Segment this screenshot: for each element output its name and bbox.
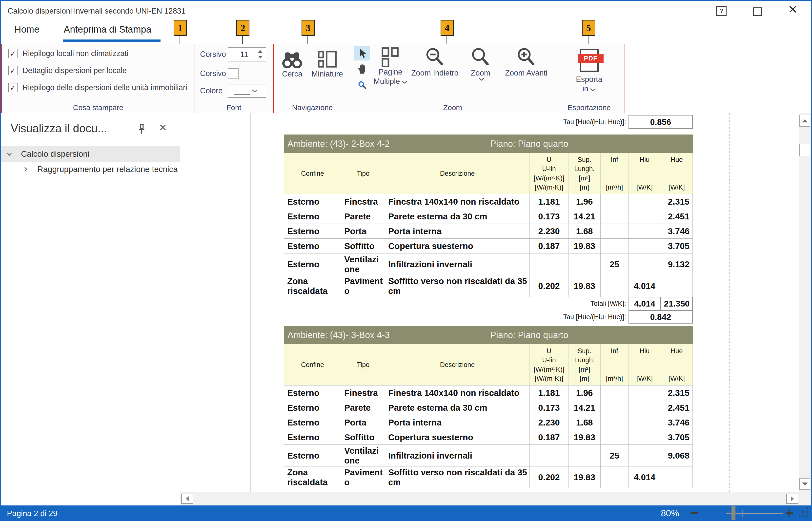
vertical-scrollbar[interactable]: [799, 113, 811, 492]
tab-anteprima-di-stampa[interactable]: Anteprima di Stampa: [64, 24, 151, 35]
callout-line-3: [307, 35, 308, 44]
chevron-down-icon: [478, 78, 484, 81]
callout-badge-4: 4: [441, 20, 454, 36]
ambiente-title: Ambiente: (43)- 2-Box 4-2: [284, 135, 487, 153]
column-header-line: Hiu: [640, 347, 650, 355]
font-size-spinner[interactable]: 11: [228, 47, 266, 62]
select-tool-button[interactable]: [354, 46, 370, 61]
table-row: EsternoPortaPorta interna2.2301.683.746: [284, 415, 693, 430]
window-title: Calcolo dispersioni invernali secondo UN…: [8, 7, 185, 16]
checkbox[interactable]: ✓: [8, 83, 18, 92]
pin-icon[interactable]: [136, 123, 147, 135]
column-header-cell: Confine: [284, 153, 341, 194]
table-cell: [629, 239, 661, 253]
spin-up-icon[interactable]: [258, 50, 263, 53]
zoom-avanti-button[interactable]: Zoom Avanti: [500, 46, 552, 113]
chevron-right-icon[interactable]: [22, 166, 29, 173]
zoom-region-tool-button[interactable]: [354, 78, 370, 92]
table-cell: 1.96: [569, 194, 600, 209]
table-row: EsternoSoffittoCopertura suesterno0.1871…: [284, 239, 693, 253]
table-cell: 25: [600, 445, 629, 467]
table-cell: [600, 239, 629, 253]
checkbox[interactable]: ✓: [8, 66, 18, 75]
help-button[interactable]: ?: [716, 6, 727, 16]
color-picker[interactable]: [228, 84, 266, 98]
totali-label: Totali [W/K]:: [591, 300, 626, 308]
column-header-line: [W/(m²·K)]: [534, 365, 564, 373]
column-header-line: [W/K]: [668, 183, 685, 191]
scroll-left-button[interactable]: [181, 494, 193, 504]
tau-row: Tau [Hue/(Hiu+Hue)]:0.842: [284, 310, 693, 323]
pagine-multiple-button[interactable]: Pagine Multiple: [374, 46, 407, 113]
column-header-row: ConfineTipoDescrizioneUU-lin[W/(m²·K)][W…: [284, 344, 693, 385]
scroll-right-button[interactable]: [786, 494, 798, 504]
chevron-down-icon: [251, 89, 258, 93]
column-header-cell: Descrizione: [385, 344, 530, 385]
triangle-down-icon: [802, 482, 808, 486]
tree-item[interactable]: Raggruppamento per relazione tecnica: [1, 162, 180, 177]
table-cell: 4.014: [629, 275, 661, 297]
table-cell: 19.83: [569, 467, 600, 488]
table-row: EsternoPortaPorta interna2.2301.683.746: [284, 224, 693, 239]
tau-value: 0.842: [629, 310, 693, 323]
table-cell: 3.746: [661, 415, 693, 430]
vertical-scroll-thumb[interactable]: [799, 144, 810, 156]
table-cell: Esterno: [284, 400, 341, 415]
horizontal-scrollbar[interactable]: [180, 492, 812, 505]
table-cell: Esterno: [284, 253, 341, 275]
table-cell: 4.014: [629, 467, 661, 488]
table-row: EsternoVentilazioneInfiltrazioni inverna…: [284, 445, 693, 467]
zoom-in-icon: [515, 46, 537, 68]
table-cell: Esterno: [284, 194, 341, 209]
table-cell: 19.83: [569, 275, 600, 297]
zoom-button[interactable]: Zoom: [463, 46, 498, 113]
scroll-down-button[interactable]: [799, 478, 810, 490]
column-header-line: U: [547, 347, 551, 355]
table-cell: Soffitto: [341, 430, 385, 445]
scroll-up-button[interactable]: [799, 115, 810, 127]
spin-down-icon[interactable]: [258, 56, 263, 59]
close-button[interactable]: ×: [788, 1, 797, 17]
chevron-down-icon[interactable]: [6, 150, 13, 158]
column-header-cell: Hue[W/K]: [661, 344, 693, 385]
zoom-out-button[interactable]: [690, 512, 698, 514]
column-header-cell: Tipo: [341, 153, 385, 194]
maximize-button[interactable]: [753, 7, 762, 16]
table-cell: [600, 385, 629, 400]
table-cell: Esterno: [284, 430, 341, 445]
column-header-cell: Hue[W/K]: [661, 153, 693, 194]
magnifier-blue-icon: [357, 81, 367, 89]
table-cell: [629, 194, 661, 209]
chevron-down-icon: [590, 88, 596, 91]
table-cell: 0.187: [530, 239, 569, 253]
italic-label: Corsivo: [200, 69, 228, 78]
tab-home[interactable]: Home: [14, 24, 39, 35]
tau-label: Tau [Hue/(Hiu+Hue)]:: [563, 313, 626, 321]
table-cell: Zona riscaldata: [284, 467, 341, 488]
pan-tool-button[interactable]: [354, 62, 370, 76]
table-row: Zona riscaldataPavimentoSoffitto verso n…: [284, 467, 693, 488]
zoom-indietro-button[interactable]: Zoom Indietro: [409, 46, 461, 113]
table-cell: [600, 224, 629, 239]
zoom-in-button-bar[interactable]: [789, 509, 790, 517]
table-cell: Infiltrazioni invernali: [385, 253, 530, 275]
column-header-line: [W/(m²·K)]: [534, 174, 564, 182]
table-cell: 0.202: [530, 467, 569, 488]
table-cell: [629, 253, 661, 275]
zoom-slider-thumb[interactable]: [731, 506, 736, 520]
app-window: Calcolo dispersioni invernali secondo UN…: [0, 0, 812, 521]
table-cell: [629, 415, 661, 430]
totali-hue-value: 21.350: [661, 297, 693, 310]
column-header-line: U-lin: [542, 356, 556, 364]
italic-checkbox[interactable]: [228, 68, 239, 79]
table-cell: 0.173: [530, 209, 569, 224]
panel-close-icon[interactable]: ×: [159, 120, 167, 135]
column-header-row: ConfineTipoDescrizioneUU-lin[W/(m²·K)][W…: [284, 153, 693, 194]
print-preview-pane[interactable]: Tau [Hue/(Hiu+Hue)]: 0.856 Ambiente: (43…: [180, 113, 799, 492]
checkbox[interactable]: ✓: [8, 49, 18, 58]
tree-item[interactable]: Calcolo dispersioni: [1, 146, 180, 162]
group-label: Navigazione: [273, 104, 352, 112]
esporta-in-button[interactable]: PDF Esporta in: [576, 49, 602, 113]
table-cell: [530, 445, 569, 467]
color-label: Colore: [200, 86, 228, 95]
